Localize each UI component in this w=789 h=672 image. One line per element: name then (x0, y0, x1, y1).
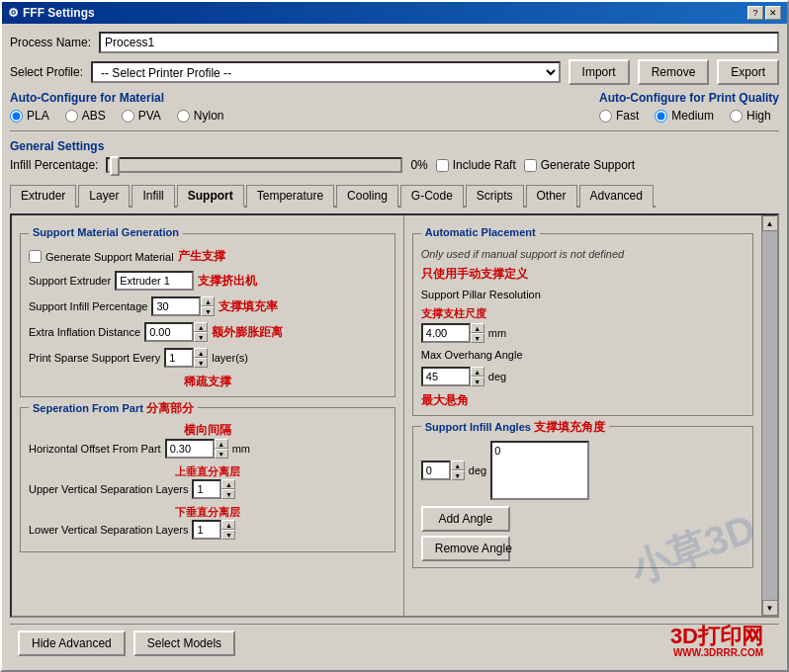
general-section: General Settings Infill Percentage: 0% I… (10, 139, 779, 173)
tab-cooling[interactable]: Cooling (336, 185, 398, 208)
angle-input-row: ▲ ▼ deg 0 (421, 441, 745, 500)
scroll-track[interactable] (762, 231, 778, 600)
lower-down[interactable]: ▼ (221, 530, 235, 540)
tab-infill[interactable]: Infill (132, 185, 174, 208)
tab-advanced[interactable]: Advanced (579, 185, 654, 208)
overhang-up[interactable]: ▲ (471, 367, 484, 377)
radio-pla[interactable] (10, 110, 23, 123)
add-angle-button[interactable]: Add Angle (421, 506, 510, 532)
infill-slider-track[interactable] (106, 157, 402, 173)
horizontal-down[interactable]: ▼ (215, 449, 228, 459)
generate-support-material-checkbox[interactable] (29, 250, 42, 263)
label-medium: Medium (671, 109, 714, 123)
tab-support[interactable]: Support (177, 185, 244, 208)
support-material-group: Support Material Generation Generate Sup… (20, 233, 395, 397)
horizontal-up[interactable]: ▲ (215, 439, 228, 449)
tab-gcode[interactable]: G-Code (400, 185, 464, 208)
generate-support-label: Generate Support (541, 158, 635, 172)
sparse-spinbox: ▲ ▼ (164, 348, 208, 368)
inflation-input[interactable] (144, 322, 194, 342)
upper-annotation: 上垂直分离层 (29, 464, 387, 479)
generate-support-checkbox[interactable] (524, 159, 537, 172)
angle-down[interactable]: ▼ (451, 470, 465, 480)
pillar-input[interactable] (421, 323, 471, 343)
lower-spinbox: ▲ ▼ (192, 520, 235, 540)
lower-input[interactable] (192, 520, 221, 540)
pillar-down[interactable]: ▼ (471, 333, 484, 343)
label-abs: ABS (82, 109, 106, 123)
pillar-spinbox: ▲ ▼ (421, 323, 484, 343)
inflation-down[interactable]: ▼ (194, 332, 208, 342)
generate-support-row: Generate Support Material 产生支撑 (29, 248, 387, 265)
infill-slider-thumb[interactable] (110, 156, 120, 176)
radio-pva[interactable] (122, 110, 134, 123)
include-raft-checkbox[interactable] (436, 159, 449, 172)
radio-high[interactable] (730, 110, 743, 123)
quality-medium: Medium (655, 109, 714, 123)
upper-input[interactable] (192, 479, 221, 499)
tab-layer[interactable]: Layer (78, 185, 130, 208)
radio-abs[interactable] (65, 110, 78, 123)
auto-material-section: Auto-Configure for Material PLA ABS PVA (10, 91, 224, 123)
sparse-label: Print Sparse Support Every (29, 352, 160, 364)
tab-scripts[interactable]: Scripts (466, 185, 524, 208)
support-extruder-row: Support Extruder 支撑挤出机 (29, 271, 387, 291)
radio-nylon[interactable] (177, 110, 190, 123)
tab-other[interactable]: Other (526, 185, 577, 208)
main-panel: Support Material Generation Generate Sup… (10, 213, 779, 618)
upper-down[interactable]: ▼ (221, 489, 235, 499)
panel-right: Automatic Placement Only used if manual … (404, 215, 761, 616)
scroll-down-button[interactable]: ▼ (762, 600, 778, 616)
close-button[interactable]: ✕ (765, 6, 781, 20)
infill-angles-group-title: Support Infill Angles 支撑填充角度 (421, 419, 609, 436)
upper-up[interactable]: ▲ (221, 479, 235, 489)
tab-temperature[interactable]: Temperature (246, 185, 334, 208)
pillar-up[interactable]: ▲ (471, 323, 484, 333)
title-bar-left: ⚙ FFF Settings (8, 6, 95, 20)
pillar-arrows: ▲ ▼ (471, 323, 484, 343)
sparse-up[interactable]: ▲ (194, 348, 208, 358)
title-bar-buttons: ? ✕ (747, 6, 781, 20)
infill-pct-input[interactable] (151, 296, 201, 316)
radio-fast[interactable] (599, 110, 612, 123)
pillar-annotation: 支撑支柱尺度 (421, 306, 745, 321)
generate-support-label2: Generate Support Material (45, 251, 174, 263)
process-input[interactable] (99, 32, 779, 53)
remove-angle-button[interactable]: Remove Angle (421, 536, 510, 561)
include-raft-label: Include Raft (453, 158, 516, 172)
label-pva: PVA (138, 109, 161, 123)
lower-up[interactable]: ▲ (221, 520, 235, 530)
scroll-up-button[interactable]: ▲ (762, 215, 778, 231)
inflation-up[interactable]: ▲ (194, 322, 208, 332)
infill-label: Infill Percentage: (10, 158, 98, 172)
hide-advanced-button[interactable]: Hide Advanced (18, 630, 126, 656)
separation-annotation: 分离部分 (146, 401, 194, 415)
angle-up[interactable]: ▲ (451, 461, 465, 470)
tab-extruder[interactable]: Extruder (10, 185, 76, 208)
angle-input[interactable] (421, 461, 451, 480)
overhang-label: Max Overhang Angle (421, 349, 523, 361)
help-button[interactable]: ? (747, 6, 763, 20)
separation-title-text: Seperation From Part (33, 402, 143, 414)
material-abs: ABS (65, 109, 106, 123)
pillar-input-row: ▲ ▼ mm (421, 323, 745, 343)
extruder-input[interactable] (115, 271, 194, 291)
label-pla: PLA (27, 109, 49, 123)
support-material-group-title: Support Material Generation (29, 226, 183, 238)
infill-pct-down[interactable]: ▼ (201, 306, 215, 316)
export-button[interactable]: Export (717, 59, 779, 85)
overhang-spinbox: ▲ ▼ (421, 367, 484, 386)
horizontal-input[interactable] (165, 439, 215, 459)
import-button[interactable]: Import (569, 59, 630, 85)
infill-pct-up[interactable]: ▲ (201, 296, 215, 306)
sparse-down[interactable]: ▼ (194, 358, 208, 368)
profile-select[interactable]: -- Select Printer Profile -- (91, 61, 561, 83)
sparse-input[interactable] (164, 348, 194, 368)
remove-button[interactable]: Remove (638, 59, 710, 85)
pillar-label: Support Pillar Resolution (421, 289, 541, 300)
overhang-input[interactable] (421, 367, 471, 386)
radio-medium[interactable] (655, 110, 667, 123)
select-models-button[interactable]: Select Models (133, 630, 235, 656)
horizontal-annotation: 横向间隔 (184, 423, 231, 437)
overhang-down[interactable]: ▼ (471, 377, 484, 386)
